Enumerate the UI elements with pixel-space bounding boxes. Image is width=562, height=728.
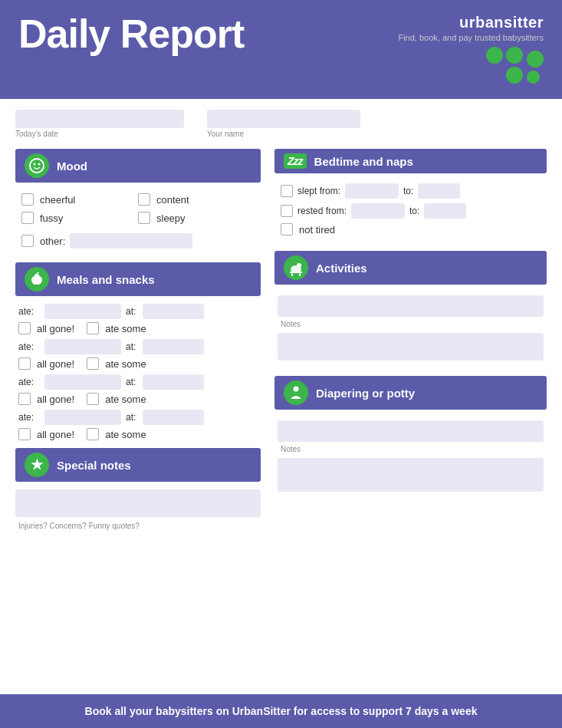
meal-3-food-input[interactable] [44,374,121,390]
right-column: Zzz Bedtime and naps slept from: to: [274,149,547,536]
meal-row-3: ate: at: all gone! [15,374,261,405]
meal-2-result-row: all gone! ate some [15,357,261,370]
meal-3-allgone-checkbox[interactable] [18,393,31,405]
dot-green-5 [527,71,540,84]
svg-point-0 [30,159,44,173]
diapering-notes-container: Notes [274,417,547,498]
diapering-title: Diapering or potty [316,387,415,400]
meal-row-4: ate: at: all gone! [15,410,261,440]
meal-1-allgone-checkbox[interactable] [18,322,31,334]
meal-4-atesome-label: ate some [105,429,146,440]
dot-green-3 [506,67,523,84]
meal-1-time-input[interactable] [143,304,204,319]
meal-3-ate-label: ate: [18,377,40,387]
meal-2-atesome-checkbox[interactable] [87,357,99,370]
activities-notes-textarea[interactable] [278,295,544,317]
meal-2-atesome-label: ate some [105,358,146,370]
rested-checkbox[interactable] [281,205,293,217]
meal-2-at-label: at: [126,341,138,352]
mood-content-checkbox[interactable] [138,193,150,206]
meal-4-allgone-checkbox[interactable] [18,428,31,440]
meal-2-food-input[interactable] [44,339,121,354]
mood-sleepy-row: sleepy [138,212,255,224]
activities-section: Activities Notes [274,251,547,367]
meal-4-at-label: at: [126,412,138,423]
meal-3-at-label: at: [126,377,138,387]
meal-1-ate-label: ate: [18,306,40,317]
meal-1-food-input[interactable] [44,304,121,319]
mood-other-input[interactable] [70,233,192,249]
main-content: Today's date Your name [0,99,562,544]
meals-icon [25,267,49,292]
mood-sleepy-label: sleepy [156,212,186,224]
slept-checkbox[interactable] [281,185,293,197]
page-title: Daily Report [18,14,244,54]
mood-fussy-row: fussy [21,212,138,224]
meal-2-allgone-row: all gone! [18,357,74,370]
name-input[interactable] [207,110,360,128]
meal-2-ate-label: ate: [18,341,40,352]
mood-options: cheerful content fussy [15,190,261,230]
name-field-group: Your name [207,110,360,138]
meal-4-atesome-checkbox[interactable] [87,428,99,440]
meal-2-time-input[interactable] [143,339,204,354]
meals-section-bar: Meals and snacks [15,262,261,296]
zzz-icon: Zzz [284,153,307,169]
meals-section: Meals and snacks ate: at: [15,262,261,440]
mood-other-label: other: [40,236,65,247]
activities-notes-label: Notes [278,320,544,330]
meal-4-food-input[interactable] [44,410,121,425]
brand-name: urbansitter [398,14,544,31]
meal-3-time-input[interactable] [143,374,204,390]
meal-2-allgone-checkbox[interactable] [18,357,31,370]
activities-icon [284,255,308,280]
dot-green-1 [486,47,503,64]
brand-prefix: urban [459,14,504,31]
date-field-group: Today's date [15,110,184,138]
date-input[interactable] [15,110,184,128]
meal-3-allgone-label: all gone! [37,394,74,405]
meal-1-result-row: all gone! ate some [15,322,261,334]
meal-3-food-row: ate: at: [15,374,261,390]
mood-sleepy-checkbox[interactable] [138,212,150,224]
meal-3-atesome-checkbox[interactable] [87,393,99,405]
footer-text: Book all your babysitters on UrbanSitter… [85,705,478,717]
meal-4-result-row: all gone! ate some [15,428,261,440]
meal-1-atesome-label: ate some [105,323,146,334]
special-notes-icon: ★ [25,453,49,477]
mood-content-row: content [138,193,255,206]
left-column: Mood cheerful content [15,149,261,536]
meal-2-allgone-label: all gone! [37,358,74,370]
meal-2-atesome-row: ate some [87,357,146,370]
name-label: Your name [207,130,360,138]
not-tired-row: not tired [274,221,547,242]
meal-1-atesome-row: ate some [87,322,146,334]
bedtime-section: Zzz Bedtime and naps slept from: to: [274,149,547,242]
svg-point-2 [38,163,41,166]
meal-3-atesome-label: ate some [105,394,146,405]
special-notes-textarea[interactable] [15,489,261,517]
meal-2-food-row: ate: at: [15,339,261,354]
meal-4-ate-label: ate: [18,412,40,423]
svg-rect-6 [291,273,293,276]
slept-to-input[interactable] [418,183,460,199]
meal-1-atesome-checkbox[interactable] [87,322,99,334]
slept-from-input[interactable] [345,183,399,199]
mood-content-label: content [156,194,189,206]
diapering-notes-textarea[interactable] [278,420,544,442]
rested-from-input[interactable] [351,203,405,219]
mood-other-checkbox[interactable] [21,235,34,247]
special-notes-label: Injuries? Concerns? Funny quotes? [15,520,261,536]
meal-row-1: ate: at: all gone! [15,304,261,334]
svg-point-8 [294,387,299,392]
mood-cheerful-checkbox[interactable] [21,193,34,206]
diapering-extra-textarea[interactable] [278,458,544,492]
slept-to-label: to: [403,186,413,196]
not-tired-checkbox[interactable] [281,223,293,236]
mood-cheerful-label: cheerful [40,194,75,206]
activities-extra-textarea[interactable] [278,333,544,361]
mood-fussy-checkbox[interactable] [21,212,34,224]
slept-from-label: slept from: [297,186,340,196]
rested-to-input[interactable] [424,203,466,219]
meal-4-time-input[interactable] [143,410,204,425]
